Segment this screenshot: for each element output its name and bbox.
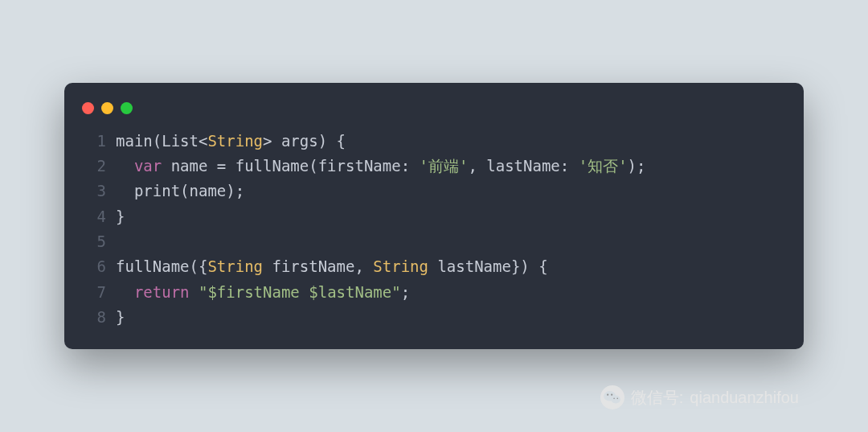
svg-point-4 bbox=[611, 394, 612, 396]
code-content: } bbox=[116, 204, 125, 229]
line-number: 8 bbox=[82, 305, 106, 330]
line-number: 4 bbox=[82, 204, 106, 229]
close-icon[interactable] bbox=[82, 102, 94, 114]
code-line: 7 return "$firstName $lastName"; bbox=[82, 280, 796, 305]
token-text bbox=[190, 283, 199, 301]
watermark-value: qianduanzhifou bbox=[690, 389, 799, 407]
token-text bbox=[116, 283, 134, 301]
token-text: ); bbox=[628, 157, 646, 175]
token-type: String bbox=[207, 257, 263, 275]
token-keyword: var bbox=[134, 157, 162, 175]
line-number: 7 bbox=[82, 280, 106, 305]
code-content: } bbox=[116, 305, 125, 330]
token-string: '知否' bbox=[579, 157, 628, 175]
token-type: String bbox=[373, 257, 428, 275]
code-line: 2 var name = fullName(firstName: '前端', l… bbox=[82, 154, 796, 179]
token-text: lastName}) { bbox=[428, 257, 548, 275]
token-text: main(List< bbox=[116, 132, 207, 150]
token-type: String bbox=[207, 132, 263, 150]
watermark: 微信号: qianduanzhifou bbox=[600, 385, 799, 409]
code-content: main(List<String> args) { bbox=[116, 129, 346, 154]
maximize-icon[interactable] bbox=[121, 102, 133, 114]
line-number: 6 bbox=[82, 254, 106, 279]
token-text: } bbox=[116, 208, 125, 225]
token-text: , lastName: bbox=[468, 157, 578, 175]
window-title-bar bbox=[64, 97, 804, 129]
minimize-icon[interactable] bbox=[101, 102, 113, 114]
line-number: 3 bbox=[82, 179, 106, 204]
token-text: firstName, bbox=[263, 257, 373, 275]
code-content: fullName({String firstName, String lastN… bbox=[116, 254, 548, 279]
svg-point-5 bbox=[613, 397, 615, 399]
token-text: fullName({ bbox=[116, 257, 207, 275]
token-text: } bbox=[116, 308, 125, 326]
code-line: 3 print(name); bbox=[82, 179, 796, 204]
code-line: 6fullName({String firstName, String last… bbox=[82, 254, 796, 279]
svg-point-6 bbox=[616, 397, 618, 399]
token-text bbox=[116, 157, 134, 175]
watermark-label: 微信号: bbox=[631, 387, 684, 409]
svg-point-2 bbox=[611, 396, 620, 404]
code-content: var name = fullName(firstName: '前端', las… bbox=[116, 154, 645, 179]
code-content: print(name); bbox=[116, 179, 244, 204]
code-line: 1main(List<String> args) { bbox=[82, 129, 796, 154]
code-line: 8} bbox=[82, 305, 796, 330]
token-string: '前端' bbox=[420, 157, 469, 175]
token-text: print(name); bbox=[116, 182, 244, 200]
code-line: 4} bbox=[82, 204, 796, 229]
code-editor-window: 1main(List<String> args) {2 var name = f… bbox=[64, 83, 804, 350]
code-line: 5 bbox=[82, 229, 796, 254]
token-text: name = fullName(firstName: bbox=[162, 157, 419, 175]
line-number: 2 bbox=[82, 154, 106, 179]
token-keyword: return bbox=[134, 283, 190, 301]
token-string: "$firstName $lastName" bbox=[199, 283, 401, 301]
token-text: ; bbox=[401, 283, 410, 301]
code-content: return "$firstName $lastName"; bbox=[116, 280, 410, 305]
wechat-icon bbox=[600, 385, 624, 409]
code-area: 1main(List<String> args) {2 var name = f… bbox=[64, 129, 804, 331]
svg-point-3 bbox=[607, 394, 608, 396]
token-text: > args) { bbox=[263, 132, 346, 150]
line-number: 1 bbox=[82, 129, 106, 154]
line-number: 5 bbox=[82, 229, 106, 254]
